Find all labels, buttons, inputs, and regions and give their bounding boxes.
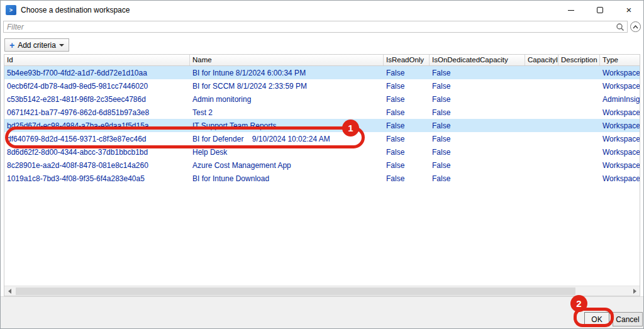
add-criteria-button[interactable]: + Add criteria bbox=[4, 38, 69, 52]
grid-cell: bd25d67d-ec98-4984-a7ba-e9daa1f5d15a bbox=[4, 121, 190, 130]
grid-cell: False bbox=[430, 82, 525, 91]
plus-icon: + bbox=[9, 42, 14, 49]
grid-cell: False bbox=[384, 69, 430, 77]
grid-body: 5b4ee93b-f700-4fd2-a1d7-6dd72e1d10aaBI f… bbox=[4, 66, 640, 286]
minimize-button[interactable] bbox=[557, 1, 586, 20]
column-header-capacityid[interactable]: CapacityId bbox=[525, 55, 558, 65]
grid-cell: 8c28901e-aa2d-408f-8478-081e8c14a260 bbox=[4, 161, 190, 170]
grid-cell: Workspace bbox=[600, 82, 640, 91]
grid-cell: False bbox=[384, 148, 430, 157]
grid-cell: False bbox=[430, 161, 525, 170]
grid-cell: BI for Intune 8/1/2024 6:00:34 PM bbox=[190, 69, 384, 77]
collapse-filter-button[interactable] bbox=[630, 21, 641, 32]
filter-input[interactable] bbox=[4, 21, 627, 32]
add-criteria-label: Add criteria bbox=[18, 41, 56, 50]
grid-cell: Workspace bbox=[600, 121, 640, 130]
grid-cell: Workspace bbox=[600, 174, 640, 183]
grid-cell: 0ecb6f24-db78-4ad9-8ed5-981cc7446020 bbox=[4, 82, 190, 91]
search-icon bbox=[616, 23, 625, 34]
table-row[interactable]: 0671f421-ba77-4976-862d-6d851b97a3e8Test… bbox=[4, 106, 640, 119]
minimize-icon bbox=[568, 10, 574, 11]
criteria-row: + Add criteria bbox=[1, 34, 643, 55]
column-header-name[interactable]: Name bbox=[190, 55, 384, 65]
grid-cell: df640769-8d2d-4156-9371-c8f3e87ec46d bbox=[4, 135, 190, 143]
app-icon: > bbox=[6, 5, 16, 15]
table-row[interactable]: bd25d67d-ec98-4984-a7ba-e9daa1f5d15aIT S… bbox=[4, 119, 640, 132]
grid-cell: Workspace bbox=[600, 108, 640, 117]
grid-cell: BI for SCCM 8/1/2024 2:33:59 PM bbox=[190, 82, 384, 91]
grid-cell: 8d6d62f2-8d00-4344-abcc-37db1bbcb1bd bbox=[4, 148, 190, 157]
chevron-up-icon bbox=[633, 25, 638, 29]
grid-cell: 0671f421-ba77-4976-862d-6d851b97a3e8 bbox=[4, 108, 190, 117]
grid-header: Id Name IsReadOnly IsOnDedicatedCapacity… bbox=[4, 55, 640, 66]
grid-cell: Workspace bbox=[600, 161, 640, 170]
workspace-grid: Id Name IsReadOnly IsOnDedicatedCapacity… bbox=[4, 54, 640, 296]
grid-cell: Workspace bbox=[600, 148, 640, 157]
titlebar: > Choose a destination workspace × bbox=[1, 1, 643, 20]
horizontal-scrollbar[interactable] bbox=[4, 286, 640, 296]
grid-cell: Help Desk bbox=[190, 148, 384, 157]
scrollbar-thumb[interactable] bbox=[16, 287, 575, 295]
grid-cell: Workspace bbox=[600, 135, 640, 143]
grid-cell: BI for Intune Download bbox=[190, 174, 384, 183]
grid-cell: c53b5142-e281-481f-96f8-2c35eec4786d bbox=[4, 95, 190, 104]
chevron-down-icon bbox=[59, 44, 64, 47]
grid-cell: False bbox=[430, 174, 525, 183]
filter-input-wrap bbox=[3, 21, 628, 33]
grid-cell: 5b4ee93b-f700-4fd2-a1d7-6dd72e1d10aa bbox=[4, 69, 190, 77]
cancel-button[interactable]: Cancel bbox=[613, 312, 643, 326]
grid-cell: Admin monitoring bbox=[190, 95, 384, 104]
table-row[interactable]: c53b5142-e281-481f-96f8-2c35eec4786dAdmi… bbox=[4, 92, 640, 106]
close-icon: × bbox=[626, 7, 632, 13]
scrollbar-track[interactable] bbox=[14, 286, 630, 296]
grid-cell: False bbox=[384, 161, 430, 170]
maximize-button[interactable] bbox=[586, 1, 614, 20]
grid-cell: Test 2 bbox=[190, 108, 384, 117]
window-controls: × bbox=[557, 1, 643, 20]
maximize-icon bbox=[597, 7, 603, 13]
column-header-isondedicatedcapacity[interactable]: IsOnDedicatedCapacity bbox=[430, 55, 525, 65]
table-row[interactable]: 5b4ee93b-f700-4fd2-a1d7-6dd72e1d10aaBI f… bbox=[4, 66, 640, 79]
grid-cell: False bbox=[384, 135, 430, 143]
grid-cell: False bbox=[384, 108, 430, 117]
table-row[interactable]: 8d6d62f2-8d00-4344-abcc-37db1bbcb1bdHelp… bbox=[4, 145, 640, 159]
grid-cell: Azure Cost Management App bbox=[190, 161, 384, 170]
scroll-left-icon bbox=[8, 289, 11, 294]
footer: OK Cancel bbox=[1, 296, 643, 328]
dialog-window: > Choose a destination workspace × + Add… bbox=[0, 0, 644, 329]
grid-cell: Workspace bbox=[600, 69, 640, 77]
grid-cell: BI for Defender 9/10/2024 10:02:24 AM bbox=[190, 135, 384, 143]
window-title: Choose a destination workspace bbox=[21, 6, 130, 14]
scroll-right-icon bbox=[633, 289, 636, 294]
grid-cell: False bbox=[384, 82, 430, 91]
close-button[interactable]: × bbox=[614, 1, 643, 20]
scroll-left-button[interactable] bbox=[4, 286, 14, 296]
column-header-type[interactable]: Type bbox=[600, 55, 640, 65]
table-row[interactable]: 1019a1c8-7bd3-4f08-9f35-6f4a283e40a5BI f… bbox=[4, 172, 640, 185]
table-row[interactable]: 8c28901e-aa2d-408f-8478-081e8c14a260Azur… bbox=[4, 159, 640, 172]
grid-cell: False bbox=[430, 95, 525, 104]
grid-cell: False bbox=[430, 108, 525, 117]
grid-cell: AdminInsights bbox=[600, 95, 640, 104]
column-header-isreadonly[interactable]: IsReadOnly bbox=[384, 55, 430, 65]
grid-cell: False bbox=[430, 121, 525, 130]
column-header-id[interactable]: Id bbox=[4, 55, 190, 65]
grid-cell: False bbox=[430, 69, 525, 77]
grid-cell: False bbox=[384, 95, 430, 104]
grid-cell: False bbox=[430, 135, 525, 143]
table-row[interactable]: 0ecb6f24-db78-4ad9-8ed5-981cc7446020BI f… bbox=[4, 79, 640, 92]
grid-cell: False bbox=[384, 174, 430, 183]
grid-cell: False bbox=[430, 148, 525, 157]
grid-cell: 1019a1c8-7bd3-4f08-9f35-6f4a283e40a5 bbox=[4, 174, 190, 183]
scroll-right-button[interactable] bbox=[630, 286, 640, 296]
table-row[interactable]: df640769-8d2d-4156-9371-c8f3e87ec46dBI f… bbox=[4, 132, 640, 145]
grid-cell: False bbox=[384, 121, 430, 130]
grid-cell: IT Support Team Reports bbox=[190, 121, 384, 130]
ok-button[interactable]: OK bbox=[584, 312, 609, 326]
column-header-description[interactable]: Description bbox=[558, 55, 600, 65]
filter-row bbox=[1, 20, 643, 34]
